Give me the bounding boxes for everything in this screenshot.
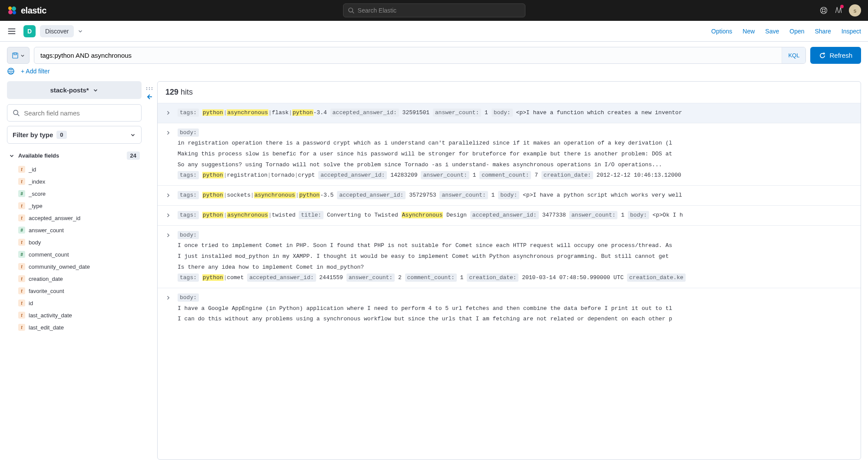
chevron-right-icon (165, 193, 171, 198)
newsfeed-button[interactable] (834, 6, 843, 16)
field-item[interactable]: t_type (7, 200, 142, 212)
field-type-icon: t (18, 275, 25, 282)
filter-by-type[interactable]: Filter by type 0 (7, 126, 142, 144)
field-item[interactable]: #comment_count (7, 248, 142, 260)
sidebar-collapse-controls (142, 81, 157, 460)
field-type-icon: t (18, 300, 25, 306)
field-item[interactable]: #answer_count (7, 224, 142, 236)
field-item[interactable]: taccepted_answer_id (7, 212, 142, 224)
document-row[interactable]: body:in registration operation there is … (158, 123, 861, 185)
collapse-sidebar-button[interactable] (146, 93, 153, 102)
expand-document-button[interactable] (164, 293, 172, 302)
saved-query-button[interactable] (7, 47, 30, 64)
open-link[interactable]: Open (789, 28, 804, 35)
field-item[interactable]: tcreation_date (7, 273, 142, 285)
document-row[interactable]: tags: python|asynchronous|flask|python-3… (158, 103, 861, 123)
global-search-input[interactable] (358, 7, 521, 14)
elastic-logo[interactable]: elastic (7, 5, 46, 16)
svg-point-27 (149, 89, 150, 90)
filter-type-count: 0 (56, 131, 66, 139)
field-item[interactable]: tlast_activity_date (7, 309, 142, 321)
available-fields-header[interactable]: Available fields 24 (7, 148, 142, 163)
filter-by-type-label: Filter by type (13, 131, 53, 138)
svg-line-11 (821, 12, 822, 13)
document-row[interactable]: body:I have a Google AppEngine (in Pytho… (158, 288, 861, 329)
field-search (7, 104, 142, 122)
field-type-icon: # (18, 227, 25, 234)
field-label: body: (178, 293, 199, 302)
field-item[interactable]: tlast_edit_date (7, 321, 142, 333)
field-name-label: accepted_answer_id (29, 215, 80, 221)
avatar-initial: s (854, 7, 857, 14)
field-type-icon: t (18, 166, 25, 173)
highlight: python (202, 274, 224, 281)
field-name-label: last_edit_date (29, 324, 64, 331)
options-link[interactable]: Options (711, 28, 732, 35)
field-item[interactable]: tbody (7, 236, 142, 248)
field-item[interactable]: tid (7, 297, 142, 309)
expand-document-button[interactable] (164, 128, 172, 137)
filter-options-button[interactable] (7, 67, 15, 75)
svg-rect-15 (13, 53, 18, 58)
field-label: body: (178, 128, 199, 137)
document-row[interactable]: tags: python|sockets|asynchronous|python… (158, 185, 861, 205)
svg-line-9 (825, 12, 826, 13)
filter-bar: + Add filter (0, 64, 868, 81)
field-label: accepted_answer_id: (337, 191, 406, 199)
expand-document-button[interactable] (164, 211, 172, 220)
add-filter-button[interactable]: + Add filter (21, 68, 50, 75)
share-link[interactable]: Share (815, 28, 831, 35)
field-item[interactable]: tcommunity_owned_date (7, 260, 142, 273)
field-name-label: _type (29, 203, 43, 209)
new-link[interactable]: New (743, 28, 755, 35)
document-content: tags: python|sockets|asynchronous|python… (178, 190, 855, 201)
help-icon[interactable] (819, 6, 828, 15)
highlight: asynchronous (227, 212, 268, 218)
document-row[interactable]: tags: python|asynchronous|twisted title:… (158, 205, 861, 225)
field-item[interactable]: #_score (7, 188, 142, 200)
field-item[interactable]: tfavorite_count (7, 285, 142, 297)
highlight: python (202, 192, 224, 198)
document-row[interactable]: body:I once tried to implement Comet in … (158, 225, 861, 288)
chevron-right-icon (165, 110, 171, 115)
documents-list[interactable]: tags: python|asynchronous|flask|python-3… (158, 103, 861, 459)
field-name-label: _index (29, 178, 45, 185)
chevron-down-icon[interactable] (77, 28, 83, 34)
inspect-link[interactable]: Inspect (842, 28, 861, 35)
field-type-icon: # (18, 251, 25, 258)
svg-point-24 (149, 87, 150, 88)
drag-handle-icon[interactable] (145, 86, 153, 91)
query-input[interactable] (34, 47, 782, 63)
field-search-input[interactable] (24, 109, 136, 117)
global-search-box[interactable] (343, 3, 525, 17)
field-name-label: comment_count (29, 251, 69, 258)
index-pattern-selector[interactable]: stack-posts* (7, 81, 142, 99)
highlight: python (202, 109, 224, 116)
svg-point-26 (146, 89, 147, 90)
header-actions: s (819, 4, 861, 16)
elastic-logo-icon (7, 5, 17, 16)
search-icon (348, 7, 354, 14)
chevron-down-icon (20, 53, 25, 58)
field-item[interactable]: t_id (7, 163, 142, 175)
chevron-right-icon (165, 233, 171, 238)
save-link[interactable]: Save (765, 28, 779, 35)
refresh-button[interactable]: Refresh (810, 47, 861, 64)
user-avatar[interactable]: s (849, 4, 861, 16)
field-item[interactable]: t_index (7, 175, 142, 188)
search-icon (13, 109, 20, 117)
available-fields-label: Available fields (18, 152, 59, 159)
nav-toggle-icon[interactable] (7, 26, 17, 36)
expand-document-button[interactable] (164, 191, 172, 200)
field-label: accepted_answer_id: (247, 273, 316, 282)
field-label: tags: (178, 273, 199, 282)
highlight: python (202, 212, 224, 218)
expand-document-button[interactable] (164, 231, 172, 240)
query-bar: KQL Refresh (0, 42, 868, 64)
collapse-icon (146, 93, 153, 100)
app-switcher[interactable]: Discover (40, 25, 74, 37)
field-name-label: body (29, 239, 41, 246)
expand-document-button[interactable] (164, 109, 172, 117)
query-language-switcher[interactable]: KQL (782, 47, 805, 63)
highlight: asynchronous (227, 109, 268, 116)
